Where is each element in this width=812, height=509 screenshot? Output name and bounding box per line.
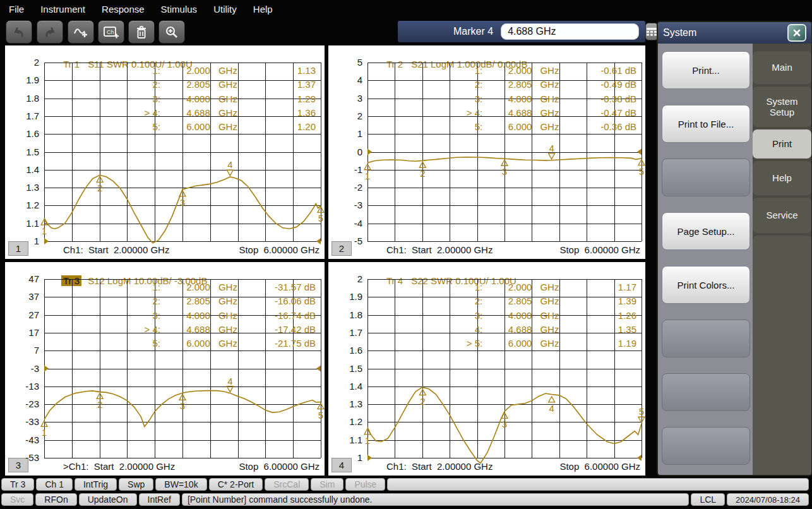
menu-stimulus[interactable]: Stimulus [161, 4, 198, 15]
plot-tr4-s22[interactable]: Tr 4S22 SWR 0.100U/ 1.00U 4 Ch1: Start 2… [328, 262, 645, 476]
status-bw-10k[interactable]: BW=10k [155, 478, 206, 491]
tab-column-filler [753, 236, 811, 476]
y-tick-label: 1.1 [6, 218, 39, 229]
svg-text:5: 5 [318, 213, 323, 224]
y-tick-label: 1 [330, 128, 362, 139]
tab-print[interactable]: Print [753, 129, 811, 159]
marker-row-value: 1.37 [44, 79, 316, 90]
menu-utility[interactable]: Utility [213, 4, 237, 15]
menu-help[interactable]: Help [253, 4, 273, 15]
status-lcl[interactable]: LCL [691, 493, 725, 506]
svg-text:4: 4 [549, 403, 554, 414]
y-tick-label: 2 [6, 57, 39, 68]
y-tick-label: 5 [330, 57, 362, 68]
plot-tr1-s11[interactable]: Tr 1S11 SWR 0.100U/ 1.00U 1 Ch1: Start 2… [5, 45, 325, 259]
svg-text:1: 1 [365, 171, 370, 181]
y-tick-label: 0 [330, 147, 362, 157]
y-tick-label: 2 [330, 111, 362, 121]
marker-row-value: -0.47 dB [367, 107, 636, 118]
y-tick-label: -43 [6, 434, 39, 445]
y-tick-label: 1.7 [330, 327, 362, 338]
tab-help[interactable]: Help [753, 161, 811, 195]
status-ch-1[interactable]: Ch 1 [36, 478, 73, 491]
status-updateon[interactable]: UpdateOn [79, 493, 137, 506]
y-tick-label: 1 [6, 236, 39, 246]
softkey-empty [662, 159, 750, 196]
status-inttrig[interactable]: IntTrig [75, 478, 117, 491]
svg-text:3: 3 [502, 419, 507, 429]
softkey-page-setup[interactable]: Page Setup... [662, 212, 750, 250]
status-tr-3[interactable]: Tr 3 [1, 478, 34, 491]
y-tick-label: 1.6 [330, 345, 362, 356]
trash-icon [135, 25, 148, 39]
y-tick-label: 1.7 [6, 111, 39, 121]
y-tick-label: -13 [6, 381, 39, 392]
y-tick-label: 4 [330, 75, 362, 85]
y-tick-label: 3 [330, 93, 362, 104]
panel-close-button[interactable] [787, 24, 806, 42]
status-swp[interactable]: Swp [119, 478, 153, 491]
y-tick-label: 1.2 [6, 200, 39, 210]
marker-row-value: -16.06 dB [44, 296, 316, 306]
status-rfon[interactable]: RFOn [35, 493, 76, 506]
softkey-empty [662, 427, 750, 465]
marker-row-value: 1.20 [44, 121, 316, 132]
status-point-number-command-success[interactable]: [Point Number] command successfully undo… [182, 493, 690, 506]
tab-main[interactable]: Main [753, 51, 811, 84]
undo-button[interactable] [6, 20, 32, 44]
vna-application-window: FileInstrumentResponseStimulusUtilityHel… [0, 0, 812, 509]
softkey-print-to-file[interactable]: Print to File... [662, 105, 750, 143]
marker-row-value: -16.74 dB [44, 310, 316, 321]
zoom-button[interactable] [158, 20, 185, 44]
sweep-start-label: Ch1: Start 2.00000 GHz [386, 461, 493, 472]
tab-system-setup[interactable]: SystemSetup [753, 87, 811, 127]
svg-text:4: 4 [227, 376, 232, 386]
redo-icon [43, 26, 57, 39]
y-tick-label: 1.3 [6, 182, 39, 193]
marker-row-value: -31.57 dB [44, 282, 316, 292]
status-srccal: SrcCal [265, 478, 309, 491]
softkey-empty [662, 320, 750, 357]
svg-text:2: 2 [97, 183, 102, 193]
sweep-stop-label: Stop 6.00000 GHz [559, 461, 640, 472]
delete-button[interactable] [128, 20, 155, 44]
menu-file[interactable]: File [9, 4, 24, 15]
tab-service[interactable]: Service [753, 198, 811, 233]
sweep-stop-label: Stop 6.00000 GHz [239, 244, 319, 255]
softkey-tab-column: MainSystemSetupPrintHelpService [753, 44, 811, 476]
softkey-print[interactable]: Print... [662, 51, 750, 89]
y-tick-label: -2 [330, 182, 362, 193]
status-2024-07-08-18-24[interactable]: 2024/07/08-18:24 [727, 493, 809, 506]
menu-instrument[interactable]: Instrument [40, 4, 85, 15]
marker-row-value: 1.26 [367, 310, 636, 321]
y-tick-label: 1.4 [330, 381, 362, 392]
panel-body: Print...Print to File...Page Setup...Pri… [658, 44, 811, 476]
add-trace-button[interactable] [68, 20, 94, 44]
status-c-2-port[interactable]: C* 2-Port [209, 478, 263, 491]
sweep-start-label: Ch1: Start 2.00000 GHz [386, 244, 493, 255]
svg-text:3: 3 [180, 197, 185, 208]
status-pulse: Pulse [345, 478, 385, 491]
softkey-print-colors[interactable]: Print Colors... [662, 266, 750, 304]
plot-tr2-s21[interactable]: Tr 2S21 LogM 1.000dB/ 0.00dB 2 Ch1: Star… [328, 45, 645, 259]
svg-text:4: 4 [227, 159, 232, 170]
svg-text:1: 1 [42, 225, 47, 236]
marker-value-input[interactable] [501, 23, 639, 40]
add-channel-button[interactable]: Ch [98, 20, 124, 44]
y-tick-label: 1.9 [330, 291, 362, 302]
menu-response[interactable]: Response [102, 4, 145, 15]
y-tick-label: 1.6 [6, 128, 39, 139]
y-tick-label: 1.5 [6, 147, 39, 157]
plot-tr3-s12[interactable]: Tr 3S12 LogM 10.00dB/ -3.00dB 3 >Ch1: St… [5, 262, 325, 476]
y-tick-label: 1.9 [6, 75, 39, 85]
marker-row-value: -17.42 dB [44, 324, 316, 335]
marker-label: Marker 4 [453, 26, 493, 37]
status-intref[interactable]: IntRef [139, 493, 180, 506]
marker-row-value: 1.36 [44, 107, 316, 118]
close-icon [793, 29, 801, 37]
marker-row-value: -0.38 dB [367, 93, 636, 104]
marker-row-value: 1.35 [367, 324, 636, 335]
y-tick-label: 1.8 [6, 93, 39, 104]
redo-button[interactable] [37, 20, 63, 44]
menu-bar: FileInstrumentResponseStimulusUtilityHel… [0, 0, 812, 18]
